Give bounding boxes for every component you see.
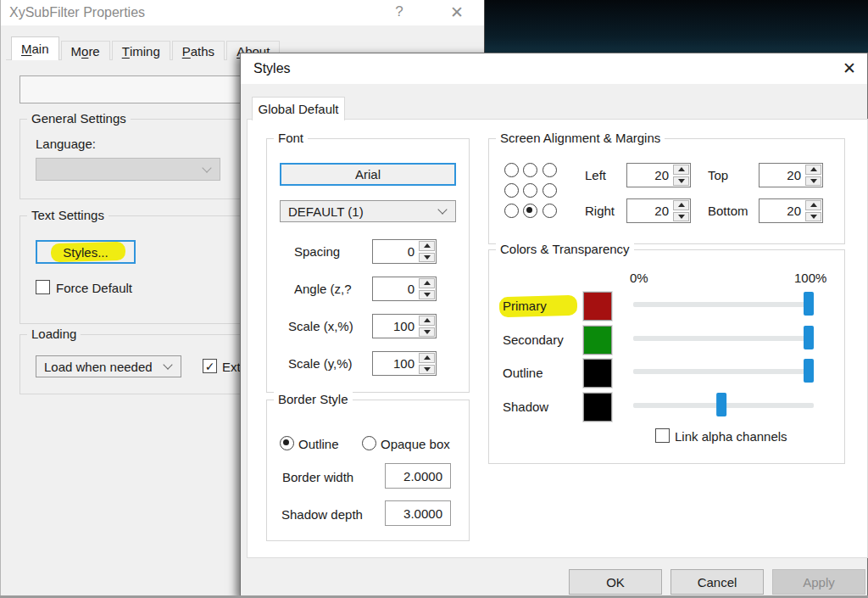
spin-down-icon[interactable] (805, 212, 821, 222)
align-mid-right-radio[interactable] (542, 183, 557, 198)
shadow-depth-field[interactable]: 3.0000 (385, 500, 451, 526)
slider-thumb[interactable] (716, 393, 726, 416)
shadow-color-swatch[interactable] (583, 393, 612, 422)
slider-track (633, 302, 814, 307)
apply-button[interactable]: Apply (772, 569, 865, 595)
outline-color-swatch[interactable] (583, 359, 612, 388)
top-margin-label: Top (708, 168, 728, 182)
bottom-margin-label: Bottom (708, 204, 748, 218)
ok-button[interactable]: OK (569, 569, 662, 595)
border-width-field[interactable]: 2.0000 (385, 463, 451, 489)
align-top-center-radio[interactable] (523, 163, 537, 177)
border-width-label: Border width (282, 470, 353, 484)
desktop-background (485, 0, 868, 53)
spin-down-icon[interactable] (805, 176, 821, 187)
colors-group-title: Colors & Transparency (496, 242, 634, 256)
link-alpha-label: Link alpha channels (675, 429, 787, 444)
align-mid-center-radio[interactable] (523, 183, 537, 198)
spin-up-icon[interactable] (805, 200, 821, 210)
spin-up-icon[interactable] (419, 316, 435, 326)
close-icon[interactable]: ✕ (442, 3, 472, 23)
spin-up-icon[interactable] (805, 165, 821, 175)
slider-thumb[interactable] (804, 326, 814, 349)
tab-paths[interactable]: Paths (172, 41, 225, 60)
parent-window-title: XySubFilter Properties (9, 5, 145, 20)
outline-alpha-slider[interactable] (633, 358, 814, 384)
force-default-checkbox[interactable] (36, 280, 50, 294)
spin-down-icon[interactable] (419, 327, 435, 338)
bottom-margin-stepper[interactable]: 20 (759, 198, 823, 223)
slider-thumb[interactable] (804, 292, 814, 316)
border-style-title: Border Style (274, 392, 353, 406)
alpha-max-label: 100% (794, 271, 826, 285)
styles-button[interactable]: Styles... (36, 240, 136, 264)
slider-track (633, 336, 814, 341)
spin-down-icon[interactable] (673, 176, 689, 187)
spin-up-icon[interactable] (419, 353, 435, 363)
external-checkbox[interactable]: ✓ (203, 359, 217, 373)
spin-down-icon[interactable] (419, 290, 435, 300)
shadow-color-label: Shadow (503, 400, 548, 414)
spin-down-icon[interactable] (673, 212, 689, 222)
scale-x-stepper[interactable]: 100 (372, 314, 437, 338)
opaque-box-radio[interactable] (362, 436, 376, 450)
spin-down-icon[interactable] (419, 253, 435, 263)
close-icon[interactable]: ✕ (837, 59, 862, 79)
outline-radio[interactable] (280, 436, 294, 450)
align-top-right-radio[interactable] (542, 163, 557, 177)
align-mid-left-radio[interactable] (504, 183, 519, 198)
angle-stepper[interactable]: 0 (372, 277, 437, 301)
language-label: Language: (36, 137, 96, 151)
right-margin-label: Right (585, 204, 615, 218)
chevron-down-icon (437, 204, 447, 214)
force-default-label: Force Default (56, 281, 132, 295)
spacing-label: Spacing (294, 244, 340, 259)
styles-titlebar: Styles ✕ (241, 53, 867, 84)
angle-label: Angle (z,? (294, 282, 352, 296)
scale-y-label: Scale (y,%) (288, 356, 353, 371)
align-top-left-radio[interactable] (504, 163, 519, 177)
scale-y-stepper[interactable]: 100 (372, 351, 437, 376)
spacing-stepper[interactable]: 0 (372, 239, 437, 264)
spin-up-icon[interactable] (419, 241, 435, 251)
charset-combobox[interactable]: DEFAULT (1) (280, 200, 456, 222)
text-settings-title: Text Settings (27, 208, 108, 222)
spin-up-icon[interactable] (419, 278, 435, 288)
spin-up-icon[interactable] (673, 165, 689, 175)
shadow-alpha-slider[interactable] (633, 392, 814, 418)
spin-down-icon[interactable] (419, 365, 435, 375)
tab-main[interactable]: Main (11, 36, 59, 60)
language-combobox[interactable] (36, 158, 220, 181)
primary-alpha-slider[interactable] (633, 291, 814, 317)
font-picker-button[interactable]: Arial (280, 163, 456, 186)
align-bottom-left-radio[interactable] (504, 204, 519, 218)
chevron-down-icon (163, 360, 172, 369)
tab-global-default[interactable]: Global Default (252, 97, 345, 120)
secondary-color-swatch[interactable] (583, 326, 612, 355)
tab-timing[interactable]: Timing (112, 41, 170, 60)
load-mode-combobox[interactable]: Load when needed (36, 355, 181, 377)
help-icon[interactable]: ? (387, 3, 412, 22)
external-label: Ext (222, 360, 241, 374)
secondary-alpha-slider[interactable] (633, 325, 814, 351)
left-margin-label: Left (585, 168, 606, 182)
right-margin-stepper[interactable]: 20 (626, 198, 691, 223)
chevron-down-icon (202, 163, 211, 172)
alignment-group-title: Screen Alignment & Margins (496, 131, 665, 145)
outline-color-label: Outline (503, 366, 543, 380)
cancel-button[interactable]: Cancel (670, 569, 764, 595)
loading-title: Loading (27, 327, 81, 341)
tab-more[interactable]: More (61, 41, 110, 60)
top-margin-stepper[interactable]: 20 (759, 163, 823, 187)
primary-color-swatch[interactable] (583, 292, 612, 321)
align-bottom-center-radio[interactable] (523, 204, 537, 218)
alpha-min-label: 0% (630, 271, 648, 285)
slider-thumb[interactable] (804, 359, 814, 383)
styles-window-title: Styles (253, 61, 291, 76)
left-margin-stepper[interactable]: 20 (626, 163, 691, 187)
styles-dialog: Styles ✕ Global Default Font Arial DEFAU… (240, 53, 868, 598)
alignment-group: Screen Alignment & Margins Left 20 Top 2… (488, 138, 845, 244)
align-bottom-right-radio[interactable] (542, 204, 557, 218)
link-alpha-checkbox[interactable] (655, 428, 670, 443)
spin-up-icon[interactable] (673, 200, 689, 210)
